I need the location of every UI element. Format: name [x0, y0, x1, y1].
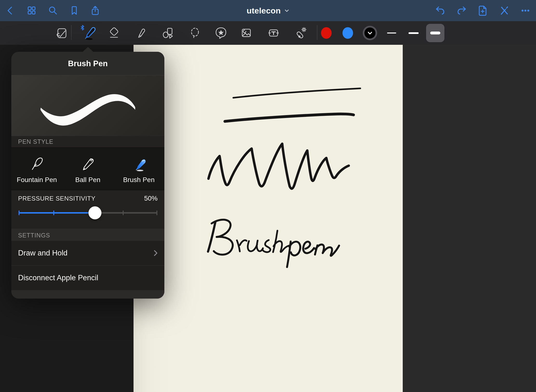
redo-button[interactable] [454, 2, 469, 19]
text-tool-button[interactable] [264, 24, 283, 42]
settings-section-header: SETTINGS [11, 229, 164, 241]
read-mode-button[interactable] [52, 24, 71, 42]
sticker-tool-button[interactable] [212, 24, 230, 42]
ball-pen-icon [79, 153, 96, 176]
pen-style-label: PEN STYLE [18, 138, 54, 145]
top-navigation-bar: utelecon [0, 0, 536, 21]
slider-tick-25 [53, 210, 54, 215]
medium-line-icon [409, 32, 419, 34]
pressure-sensitivity-label: PRESSURE SENSITIVITY [18, 195, 95, 202]
read-mode-icon [54, 26, 69, 40]
disconnect-apple-pencil-label: Disconnect Apple Pencil [18, 274, 98, 282]
disconnect-apple-pencil-row[interactable]: Disconnect Apple Pencil [11, 265, 164, 290]
ellipsis-icon [520, 5, 531, 16]
eraser-tool-button[interactable] [105, 24, 123, 42]
page-title: utelecon [247, 6, 281, 15]
pencil-cross-icon [499, 5, 510, 16]
stroke-width-medium-button[interactable] [404, 24, 423, 42]
popover-arrow [82, 47, 94, 52]
image-icon [239, 26, 254, 40]
slider-tick-0 [19, 210, 20, 215]
undo-button[interactable] [433, 2, 448, 19]
brush-pen-label: Brush Pen [123, 176, 155, 184]
text-icon [266, 26, 281, 40]
draw-and-hold-row[interactable]: Draw and Hold [11, 241, 164, 265]
highlighter-tool-button[interactable] [132, 24, 150, 42]
add-page-button[interactable] [475, 2, 490, 19]
pressure-sensitivity-value: 50% [144, 195, 158, 202]
color-swatch-black-selected[interactable] [361, 24, 379, 42]
fountain-pen-icon [28, 153, 46, 176]
color-swatch-red[interactable] [317, 24, 335, 42]
stroke-width-thin-button[interactable] [382, 24, 401, 42]
thick-line-icon [430, 32, 440, 34]
lasso-tool-button[interactable] [186, 24, 204, 42]
image-tool-button[interactable] [237, 24, 255, 42]
pen-style-section-header: PEN STYLE [11, 136, 164, 147]
workspace-background-right [403, 45, 536, 392]
slider-thumb[interactable] [88, 206, 101, 219]
popover-footer [11, 290, 164, 299]
brush-pen-icon [130, 153, 147, 176]
popover-title: Brush Pen [68, 59, 108, 68]
handwriting-strokes [134, 45, 403, 392]
eraser-icon [107, 26, 121, 40]
settings-label: SETTINGS [18, 232, 50, 239]
toolbar-divider [71, 25, 72, 40]
lasso-icon [188, 26, 202, 40]
stop-editing-button[interactable] [497, 2, 512, 19]
redo-icon [456, 5, 467, 16]
slider-tick-100 [156, 210, 157, 215]
laser-pointer-icon [293, 26, 308, 40]
drawing-toolbar [0, 21, 536, 45]
thin-line-icon [387, 33, 396, 33]
highlighter-icon [134, 26, 148, 40]
draw-and-hold-label: Draw and Hold [18, 249, 67, 257]
pen-style-fountain-pen[interactable]: Fountain Pen [11, 148, 62, 190]
brush-pen-popover: Brush Pen PEN STYLE Fountain Pen [11, 52, 164, 299]
stroke-width-thick-button-selected[interactable] [426, 24, 444, 42]
pen-tool-button[interactable] [79, 24, 97, 42]
color-swatch-blue[interactable] [339, 24, 357, 42]
settings-rows: Draw and Hold Disconnect Apple Pencil [11, 241, 164, 290]
note-page-canvas[interactable] [134, 45, 403, 392]
add-page-icon [477, 5, 489, 16]
stroke-preview [11, 75, 164, 136]
red-color-icon [317, 24, 335, 42]
pressure-sensitivity-section: PRESSURE SENSITIVITY 50% [11, 190, 164, 229]
shapes-icon [161, 26, 175, 40]
sticker-star-icon [214, 26, 228, 40]
black-color-selected-icon [361, 24, 379, 42]
pen-style-selector: Fountain Pen Ball Pen [11, 147, 164, 190]
undo-icon [435, 5, 446, 16]
pen-tool-icon [79, 24, 97, 42]
popover-header: Brush Pen [11, 52, 164, 75]
pressure-sensitivity-slider[interactable] [18, 204, 158, 222]
chevron-right-icon [153, 249, 159, 257]
chevron-down-icon [284, 8, 289, 13]
more-options-button[interactable] [518, 2, 533, 19]
blue-color-icon [339, 24, 357, 42]
pen-style-ball-pen[interactable]: Ball Pen [62, 148, 114, 190]
ball-pen-label: Ball Pen [75, 176, 100, 184]
brush-stroke-preview-graphic [11, 75, 164, 136]
fountain-pen-label: Fountain Pen [17, 176, 57, 184]
handwritten-brush-pen-word [208, 220, 339, 267]
pen-style-brush-pen-selected[interactable]: Brush Pen [113, 148, 164, 190]
laser-pointer-tool-button[interactable] [291, 24, 310, 42]
slider-tick-75 [123, 210, 124, 215]
shapes-tool-button[interactable] [159, 24, 177, 42]
